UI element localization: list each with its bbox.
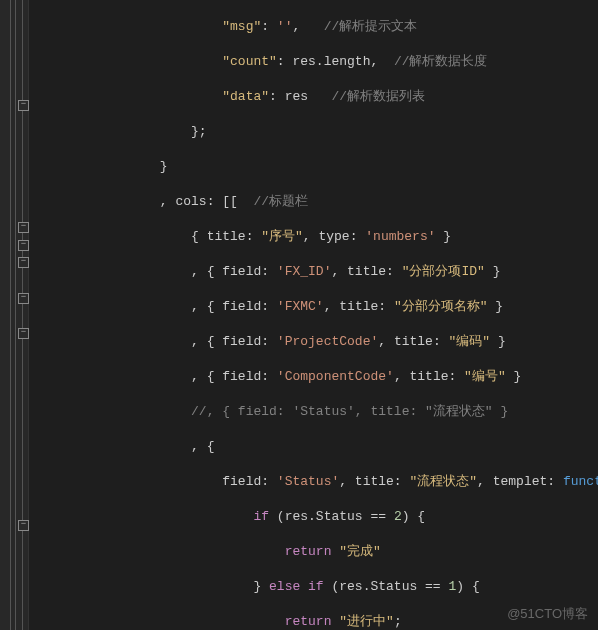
text: , type: — [303, 229, 365, 244]
text: "编号" — [464, 369, 506, 384]
text: 'FXMC' — [277, 299, 324, 314]
fold-icon[interactable]: − — [18, 257, 29, 268]
text: { title: — [191, 229, 261, 244]
text: '' — [277, 19, 293, 34]
fold-icon[interactable]: − — [18, 520, 29, 531]
code-content[interactable]: "msg": '', //解析提示文本 "count": res.length,… — [29, 0, 598, 630]
keyword: return — [285, 614, 332, 629]
text: "完成" — [339, 544, 381, 559]
text: ; — [394, 614, 402, 629]
text: , { field: — [191, 334, 277, 349]
text: 'numbers' — [365, 229, 435, 244]
text: , cols: [[ — [160, 194, 254, 209]
fold-icon[interactable]: − — [18, 222, 29, 233]
text: , title: — [378, 334, 448, 349]
fold-icon[interactable]: − — [18, 240, 29, 251]
text: }; — [191, 124, 207, 139]
text: , — [292, 19, 323, 34]
text: : res.length, — [277, 54, 394, 69]
text: (res.Status == — [269, 509, 394, 524]
text: "进行中" — [339, 614, 394, 629]
text: 'ComponentCode' — [277, 369, 394, 384]
text: "流程状态" — [409, 474, 477, 489]
text: , { — [191, 439, 214, 454]
fold-icon[interactable]: − — [18, 293, 29, 304]
fold-icon[interactable]: − — [18, 328, 29, 339]
keyword: return — [285, 544, 332, 559]
text: } — [160, 159, 168, 174]
text: } — [488, 299, 504, 314]
watermark: @51CTO博客 — [507, 605, 588, 623]
text: , title: — [324, 299, 394, 314]
text: ) { — [402, 509, 425, 524]
text: 'Status' — [277, 474, 339, 489]
fold-icon[interactable]: − — [18, 100, 29, 111]
text: "count" — [222, 54, 277, 69]
text: , title: — [331, 264, 401, 279]
text: } — [485, 264, 501, 279]
comment: //标题栏 — [253, 194, 308, 209]
comment: //, { field: 'Status', title: "流程状态" } — [191, 404, 508, 419]
gutter: − − − − − − − — [0, 0, 29, 630]
text: : res — [269, 89, 331, 104]
text: 'FX_ID' — [277, 264, 332, 279]
text: } — [436, 229, 452, 244]
text: , { field: — [191, 369, 277, 384]
keyword: function — [563, 474, 598, 489]
text: "分部分项名称" — [394, 299, 488, 314]
text: "序号" — [261, 229, 303, 244]
keyword: else if — [269, 579, 324, 594]
code-editor[interactable]: − − − − − − − "msg": '', //解析提示文本 "count… — [0, 0, 598, 630]
text: (res.Status == — [324, 579, 449, 594]
comment: //解析提示文本 — [324, 19, 418, 34]
comment: //解析数据列表 — [331, 89, 425, 104]
text: "编码" — [449, 334, 491, 349]
text: , title: — [339, 474, 409, 489]
text: : — [261, 19, 277, 34]
text: , { field: — [191, 264, 277, 279]
text: } — [490, 334, 506, 349]
text: 'ProjectCode' — [277, 334, 378, 349]
text: , templet: — [477, 474, 563, 489]
comment: //解析数据长度 — [394, 54, 488, 69]
text: , title: — [394, 369, 464, 384]
text: ) { — [456, 579, 479, 594]
keyword: if — [253, 509, 269, 524]
text: } — [506, 369, 522, 384]
text: "data" — [222, 89, 269, 104]
text: field: — [222, 474, 277, 489]
text: "msg" — [222, 19, 261, 34]
text: "分部分项ID" — [402, 264, 485, 279]
text: } — [253, 579, 269, 594]
number: 2 — [394, 509, 402, 524]
text: , { field: — [191, 299, 277, 314]
